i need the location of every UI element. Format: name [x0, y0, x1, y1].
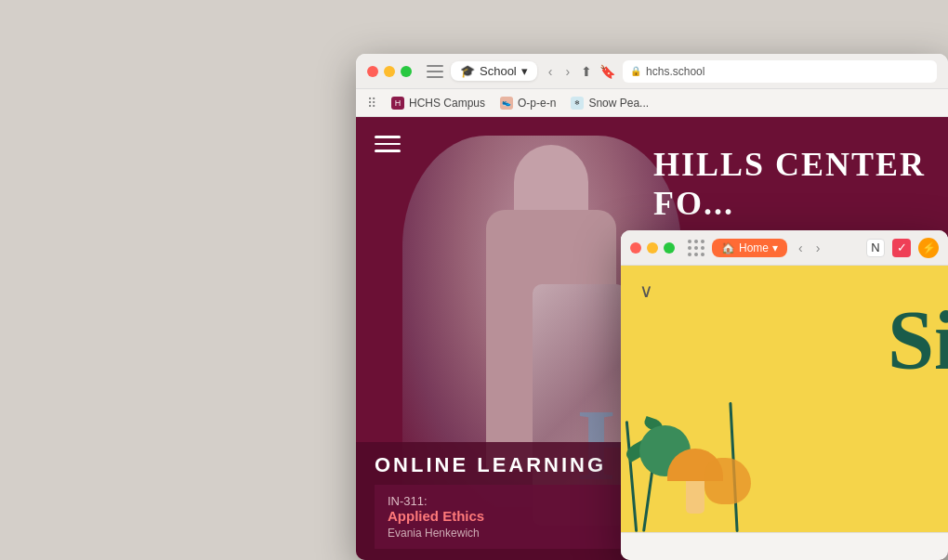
extra-icon[interactable]: ⚡ — [918, 238, 939, 258]
minimize-button[interactable] — [384, 66, 395, 77]
sidebar-toggle-button[interactable] — [427, 65, 443, 78]
hamburger-menu[interactable] — [375, 136, 401, 152]
bookmark-open[interactable]: 👟 O-p-e-n — [500, 97, 556, 110]
mushroom-stem — [686, 481, 704, 514]
front-browser-window: 🏠 Home ▾ ‹ › N ✓ ⚡ ∨ Si — [621, 230, 948, 560]
vine-1 — [625, 421, 638, 532]
hchs-favicon: H — [391, 97, 404, 110]
school-tab[interactable]: 🎓 School ▾ — [451, 61, 537, 81]
front-nav-arrows: ‹ › — [795, 239, 823, 257]
chevron-down-icon[interactable]: ∨ — [639, 280, 653, 302]
extension-icons: N ✓ ⚡ — [866, 238, 939, 258]
pocket-extension-icon[interactable]: ✓ — [892, 239, 911, 257]
front-bookmarks-bar — [621, 532, 948, 560]
bookmarks-bar: ⠿ H HCHS Campus 👟 O-p-e-n ❄ Snow Pea... — [356, 89, 948, 117]
home-tab-chevron: ▾ — [772, 241, 778, 254]
back-arrow[interactable]: ‹ — [545, 62, 557, 81]
front-traffic-lights — [630, 242, 675, 254]
bookmark-snow[interactable]: ❄ Snow Pea... — [571, 97, 649, 110]
school-tab-label: School — [480, 64, 517, 78]
notion-icon-label: N — [871, 241, 879, 254]
front-back-arrow[interactable]: ‹ — [795, 239, 807, 257]
address-text: hchs.school — [646, 65, 704, 78]
floral-decoration — [621, 319, 948, 532]
share-icon[interactable]: ⬆ — [581, 64, 592, 79]
home-tab-icon: 🏠 — [721, 241, 735, 254]
forward-arrow[interactable]: › — [561, 62, 573, 81]
address-bar[interactable]: 🔒 hchs.school — [623, 60, 937, 83]
bookmark-hchs[interactable]: H HCHS Campus — [391, 97, 485, 110]
snow-label: Snow Pea... — [588, 97, 649, 110]
open-label: O-p-e-n — [518, 97, 556, 110]
traffic-lights — [367, 66, 412, 77]
open-favicon: 👟 — [500, 97, 513, 110]
home-tab-label: Home — [739, 241, 769, 254]
lock-icon: 🔒 — [630, 66, 641, 76]
bookmark-icon[interactable]: 🔖 — [599, 64, 615, 79]
home-tab[interactable]: 🏠 Home ▾ — [712, 239, 787, 257]
hchs-label: HCHS Campus — [409, 97, 485, 110]
front-forward-arrow[interactable]: › — [812, 239, 824, 257]
grid-dots-icon — [688, 240, 704, 256]
notion-extension-icon[interactable]: N — [866, 239, 885, 257]
snow-favicon: ❄ — [571, 97, 584, 110]
front-browser-toolbar: 🏠 Home ▾ ‹ › N ✓ ⚡ — [621, 230, 948, 266]
front-maximize-button[interactable] — [664, 242, 675, 254]
grid-icon: ⠿ — [367, 96, 376, 111]
summer-page-content: ∨ Si — [621, 266, 948, 532]
blob-decoration — [704, 458, 751, 504]
school-title: HILLS CENTER FO... — [653, 145, 948, 223]
school-tab-chevron: ▾ — [521, 64, 528, 78]
close-button[interactable] — [367, 66, 378, 77]
pocket-icon-label: ✓ — [897, 241, 907, 254]
maximize-button[interactable] — [401, 66, 412, 77]
school-tab-icon: 🎓 — [460, 64, 475, 78]
front-close-button[interactable] — [630, 242, 641, 254]
back-browser-toolbar: 🎓 School ▾ ‹ › ⬆ 🔖 🔒 hchs.school — [356, 54, 948, 89]
navigation-arrows: ‹ › — [545, 62, 573, 81]
coin-label: ⚡ — [922, 241, 936, 254]
front-minimize-button[interactable] — [647, 242, 658, 254]
toolbar-icons: ⬆ 🔖 — [581, 64, 615, 79]
